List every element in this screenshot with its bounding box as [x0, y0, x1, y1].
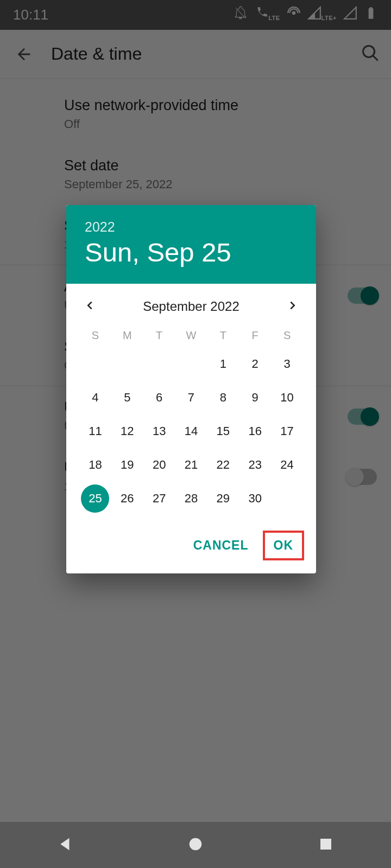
calendar-day[interactable]: 28 [175, 482, 207, 515]
calendar-empty [271, 482, 303, 515]
calendar-day[interactable]: 11 [79, 414, 111, 448]
calendar-day[interactable]: 26 [111, 482, 143, 515]
calendar-day[interactable]: 14 [175, 414, 207, 448]
date-picker-dialog: 2022 Sun, Sep 25 September 2022 S M T W … [66, 205, 316, 573]
calendar-week: 123 [66, 347, 316, 381]
calendar-day[interactable]: 21 [175, 448, 207, 482]
calendar-day[interactable]: 22 [207, 448, 239, 482]
ok-button[interactable]: OK [265, 533, 302, 558]
chevron-right-icon [287, 299, 299, 311]
dow: S [79, 321, 111, 347]
calendar-empty [111, 347, 143, 381]
calendar-day[interactable]: 23 [239, 448, 271, 482]
calendar-empty [79, 347, 111, 381]
next-month-button[interactable] [287, 299, 299, 314]
prev-month-button[interactable] [84, 299, 96, 314]
calendar-day[interactable]: 12 [111, 414, 143, 448]
calendar-day[interactable]: 20 [143, 448, 175, 482]
calendar-day[interactable]: 9 [239, 381, 271, 414]
calendar-day[interactable]: 13 [143, 414, 175, 448]
calendar-week: 11121314151617 [66, 414, 316, 448]
calendar-day[interactable]: 5 [111, 381, 143, 414]
calendar-day[interactable]: 25 [81, 484, 109, 513]
month-nav: September 2022 [66, 284, 316, 321]
dow: W [175, 321, 207, 347]
calendar-day[interactable]: 8 [207, 381, 239, 414]
calendar-grid: 1234567891011121314151617181920212223242… [66, 347, 316, 515]
calendar-day[interactable]: 19 [111, 448, 143, 482]
calendar-day[interactable]: 18 [79, 448, 111, 482]
svg-rect-2 [320, 839, 331, 850]
calendar-day[interactable]: 24 [271, 448, 303, 482]
circle-home-icon [187, 836, 204, 852]
calendar-empty [175, 347, 207, 381]
chevron-left-icon [84, 299, 96, 311]
nav-recents-button[interactable] [318, 836, 334, 854]
nav-home-button[interactable] [187, 836, 204, 854]
calendar-day[interactable]: 16 [239, 414, 271, 448]
calendar-week: 18192021222324 [66, 448, 316, 482]
dow: T [143, 321, 175, 347]
dow: M [111, 321, 143, 347]
dow: S [271, 321, 303, 347]
calendar-week: 252627282930 [66, 482, 316, 515]
month-label: September 2022 [143, 299, 239, 314]
date-picker-header: 2022 Sun, Sep 25 [66, 205, 316, 284]
calendar-day[interactable]: 10 [271, 381, 303, 414]
calendar-day[interactable]: 15 [207, 414, 239, 448]
ok-highlight-box: OK [263, 531, 305, 560]
calendar-day[interactable]: 6 [143, 381, 175, 414]
calendar-week: 45678910 [66, 381, 316, 414]
calendar-empty [143, 347, 175, 381]
date-picker-selected-date: Sun, Sep 25 [85, 237, 298, 267]
nav-back-button[interactable] [57, 836, 73, 854]
calendar-day[interactable]: 7 [175, 381, 207, 414]
dialog-actions: CANCEL OK [66, 515, 316, 573]
calendar-day[interactable]: 2 [239, 347, 271, 381]
calendar-day[interactable]: 4 [79, 381, 111, 414]
calendar-day[interactable]: 27 [143, 482, 175, 515]
weekday-row: S M T W T F S [66, 321, 316, 347]
date-picker-year[interactable]: 2022 [85, 219, 298, 235]
calendar-day[interactable]: 17 [271, 414, 303, 448]
calendar-day[interactable]: 1 [207, 347, 239, 381]
triangle-back-icon [57, 836, 73, 852]
calendar-day[interactable]: 30 [239, 482, 271, 515]
dow: F [239, 321, 271, 347]
system-nav-bar [0, 822, 391, 868]
square-recents-icon [318, 836, 334, 852]
dow: T [207, 321, 239, 347]
calendar-day[interactable]: 3 [271, 347, 303, 381]
calendar-day[interactable]: 29 [207, 482, 239, 515]
svg-point-1 [190, 838, 202, 850]
cancel-button[interactable]: CANCEL [184, 531, 258, 560]
